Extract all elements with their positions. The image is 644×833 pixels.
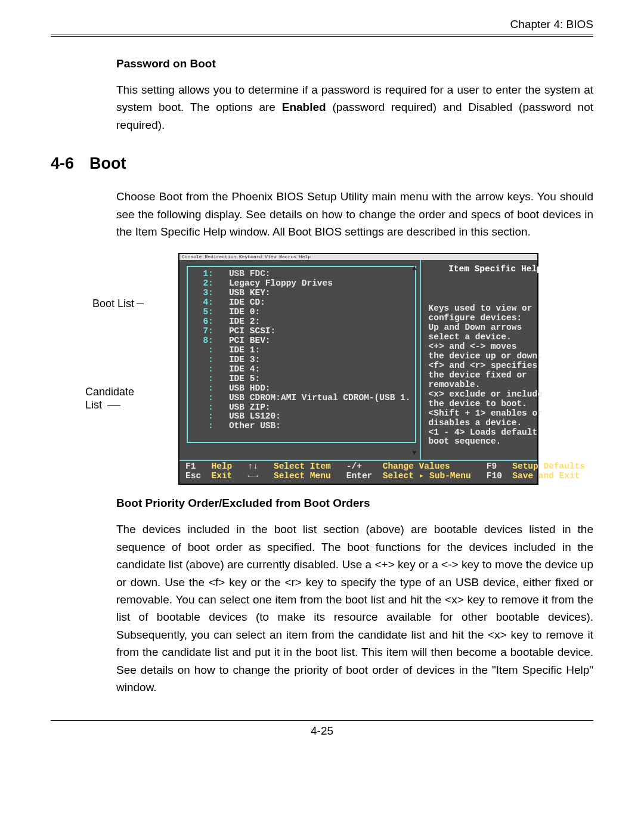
boot-list-text: PCI BEV: — [229, 336, 271, 345]
bios-window: Console Redirection Keyboard View Macros… — [178, 253, 538, 485]
candidate-list-index: : — [193, 345, 229, 355]
boot-list-text: PCI SCSI: — [229, 326, 275, 336]
help-line: boot sequence. — [428, 437, 562, 447]
candidate-list-label: Candidate List — [85, 385, 134, 412]
footer-row-1: F1 Help ↑↓ Select Item -/+ Change Values… — [185, 462, 532, 472]
bios-menubar: Console Redirection Keyboard View Macros… — [179, 254, 537, 261]
boot-list-text: IDE 2: — [229, 317, 260, 326]
help-line: Up and Down arrows — [428, 323, 562, 333]
candidate-list-text: USB LS120: — [229, 411, 281, 421]
leader-line — [137, 304, 144, 304]
section-number: 4-6 — [51, 154, 89, 173]
candidate-list-item: : IDE 3: — [193, 355, 410, 365]
boot-list-index: 8: — [193, 336, 229, 345]
footer-rule — [51, 720, 593, 721]
boot-list-index: 7: — [193, 326, 229, 336]
help-line: select a device. — [428, 333, 562, 342]
help-title: Item Specific Help — [428, 262, 562, 280]
help-line: <Shift + 1> enables or — [428, 409, 562, 419]
boot-list-index: 4: — [193, 298, 229, 307]
boot-priority-heading: Boot Priority Order/Excluded from Boot O… — [116, 497, 593, 510]
boot-priority-body: The devices included in the boot list se… — [116, 521, 593, 696]
candidate-list-item: : USB ZIP: — [193, 403, 410, 413]
boot-list-index: 1: — [193, 269, 229, 278]
candidate-list-index: : — [193, 421, 229, 431]
candidate-list-index: : — [193, 383, 229, 393]
boot-list-text: IDE 0: — [229, 307, 260, 317]
help-line: the device fixed or — [428, 371, 562, 380]
candidate-list-item: : IDE 5: — [193, 374, 410, 384]
boot-list-label: Boot List — [92, 297, 144, 311]
help-line: removable. — [428, 380, 562, 390]
help-line: the device to boot. — [428, 400, 562, 409]
password-on-boot-heading: Password on Boot — [116, 57, 593, 70]
boot-list-item: 3: USB KEY: — [193, 289, 410, 298]
boot-list-text: Legacy Floppy Drives — [229, 278, 333, 288]
boot-list-item: 1: USB FDC: — [193, 270, 410, 279]
candidate-list-text: IDE 3: — [229, 355, 260, 364]
boot-list-item: 2: Legacy Floppy Drives — [193, 279, 410, 289]
help-line: <f> and <r> specifies — [428, 361, 562, 371]
candidate-list-item: : USB HDD: — [193, 384, 410, 394]
boot-list-item: 7: PCI SCSI: — [193, 327, 410, 336]
candidate-list-index: : — [193, 374, 229, 383]
boot-list-text: USB KEY: — [229, 288, 271, 298]
candidate-list-text: Other USB: — [229, 421, 281, 431]
boot-section-heading: 4-6Boot — [51, 154, 593, 173]
scroll-up-icon: ▲ — [412, 265, 416, 272]
candidate-list-index: : — [193, 364, 229, 374]
candidate-list-text: IDE 4: — [229, 364, 260, 374]
boot-list-text: IDE CD: — [229, 298, 265, 307]
boot-list-item: 5: IDE 0: — [193, 308, 410, 317]
candidate-list-text: USB ZIP: — [229, 402, 271, 412]
boot-list-text: USB FDC: — [229, 269, 271, 278]
boot-list-item: 8: PCI BEV: — [193, 336, 410, 346]
boot-list-item: 4: IDE CD: — [193, 298, 410, 308]
help-line: <x> exclude or include — [428, 390, 562, 400]
boot-panel: 1: USB FDC: 2: Legacy Floppy Drives 3: U… — [187, 266, 416, 443]
boot-list-item: 6: IDE 2: — [193, 317, 410, 327]
section-title: Boot — [89, 154, 126, 172]
candidate-list-text: IDE 1: — [229, 345, 260, 355]
candidate-list-item: : IDE 4: — [193, 365, 410, 374]
candidate-list-item: : USB CDROM:AMI Virtual CDROM-(USB 1. — [193, 394, 410, 403]
chapter-header: Chapter 4: BIOS — [51, 18, 593, 31]
boot-intro: Choose Boot from the Phoenix BIOS Setup … — [116, 188, 593, 240]
candidate-list-index: : — [193, 411, 229, 421]
leader-line — [107, 405, 120, 406]
footer-row-2: Esc Exit ←→ Select Menu Enter Select ▸ S… — [185, 472, 532, 481]
help-line: the device up or down. — [428, 352, 562, 361]
candidate-list-index: : — [193, 402, 229, 412]
help-text: Keys used to view orconfigure devices:Up… — [428, 304, 562, 447]
candidate-list-text: IDE 5: — [229, 374, 260, 383]
bios-left-pane: ▲ ▼ 1: USB FDC: 2: Legacy Floppy Drives … — [179, 260, 420, 460]
boot-list-index: 2: — [193, 278, 229, 288]
candidate-list-index: : — [193, 355, 229, 364]
password-on-boot-body: This setting allows you to determine if … — [116, 81, 593, 134]
candidate-list-item: : Other USB: — [193, 422, 410, 431]
help-line: Keys used to view or — [428, 304, 562, 314]
boot-list-index: 5: — [193, 307, 229, 317]
text-bold: Enabled — [282, 101, 326, 113]
help-line: <+> and <-> moves — [428, 342, 562, 352]
candidate-list-text: USB CDROM:AMI Virtual CDROM-(USB 1. — [229, 393, 411, 402]
boot-list-index: 3: — [193, 288, 229, 298]
candidate-list-item: : IDE 1: — [193, 346, 410, 355]
bios-body: ▲ ▼ 1: USB FDC: 2: Legacy Floppy Drives … — [179, 260, 537, 460]
bios-screenshot: Boot List Candidate List Console Redirec… — [134, 253, 540, 485]
bios-help-pane: Item Specific Help Keys used to view orc… — [420, 260, 566, 460]
help-line: <1 - 4> Loads default — [428, 428, 562, 438]
candidate-list-index: : — [193, 393, 229, 402]
boot-list-index: 6: — [193, 317, 229, 326]
help-line: configure devices: — [428, 314, 562, 323]
header-rule — [51, 35, 593, 39]
help-line: disables a device. — [428, 419, 562, 428]
bios-footer: F1 Help ↑↓ Select Item -/+ Change Values… — [179, 460, 537, 484]
scroll-down-icon: ▼ — [412, 450, 416, 457]
page-number: 4-25 — [51, 724, 593, 738]
candidate-list-text: USB HDD: — [229, 383, 271, 393]
candidate-list-item: : USB LS120: — [193, 412, 410, 422]
